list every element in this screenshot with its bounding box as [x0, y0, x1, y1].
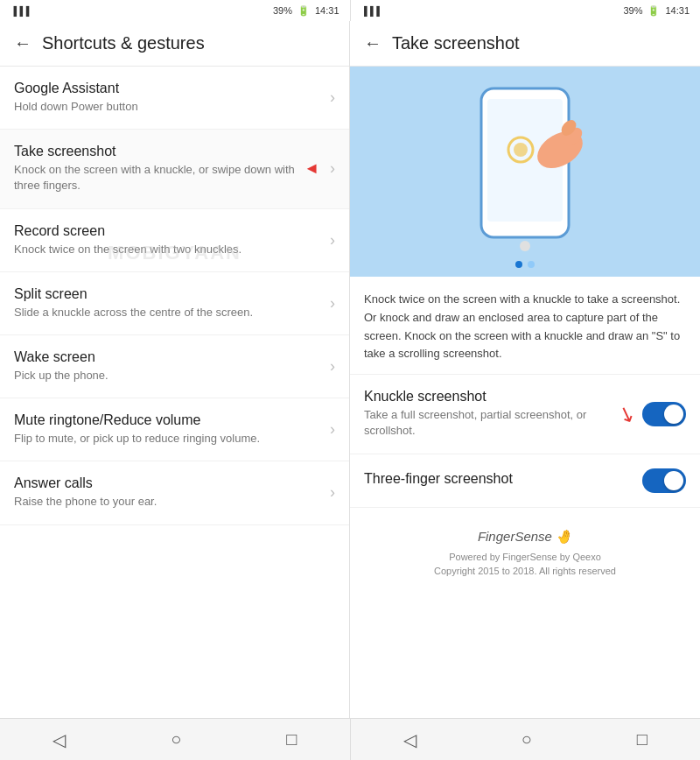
- chevron-icon-3: ›: [330, 294, 335, 313]
- menu-item-1[interactable]: Take screenshotKnock on the screen with …: [0, 130, 349, 208]
- svg-point-7: [514, 143, 528, 157]
- left-panel-title: Shortcuts & gestures: [42, 33, 205, 53]
- setting-row-0: Knuckle screenshotTake a full screenshot…: [350, 375, 700, 454]
- right-panel: ← Take screenshot: [350, 21, 700, 718]
- right-status-signal: ▐▐▐: [361, 6, 380, 16]
- left-panel-header: ← Shortcuts & gestures: [0, 21, 349, 67]
- right-battery-pct: 39%: [623, 5, 642, 16]
- left-back-nav[interactable]: ◁: [35, 722, 83, 757]
- menu-item-0[interactable]: Google AssistantHold down Power button›: [0, 67, 349, 130]
- copyright-text: Copyright 2015 to 2018. All rights reser…: [434, 566, 616, 576]
- right-recents-nav[interactable]: □: [620, 722, 665, 756]
- left-battery-icon: 🔋: [298, 5, 310, 17]
- right-battery-icon: 🔋: [648, 5, 660, 17]
- menu-item-title-2: Record screen: [14, 223, 323, 239]
- right-panel-header: ← Take screenshot: [350, 21, 700, 67]
- menu-item-title-4: Wake screen: [14, 349, 323, 365]
- setting-row-1: Three-finger screenshot: [350, 454, 700, 508]
- screenshot-illustration: [438, 80, 612, 264]
- left-recents-nav[interactable]: □: [269, 722, 314, 756]
- menu-item-title-5: Mute ringtone/Reduce volume: [14, 412, 323, 428]
- menu-item-4[interactable]: Wake screenPick up the phone.›: [0, 335, 349, 398]
- right-back-button[interactable]: ←: [364, 33, 382, 53]
- menu-item-2[interactable]: Record screenKnock twice on the screen w…: [0, 209, 349, 272]
- left-panel: ← Shortcuts & gestures MOBIGYAAN Google …: [0, 21, 350, 718]
- menu-item-subtitle-0: Hold down Power button: [14, 99, 323, 115]
- menu-item-5[interactable]: Mute ringtone/Reduce volumeFlip to mute,…: [0, 398, 349, 461]
- menu-item-title-3: Split screen: [14, 286, 323, 302]
- setting-title-0: Knuckle screenshot: [364, 389, 618, 405]
- menu-item-subtitle-5: Flip to mute, or pick up to reduce ringi…: [14, 431, 323, 447]
- menu-item-6[interactable]: Answer callsRaise the phone to your ear.…: [0, 461, 349, 524]
- left-home-nav[interactable]: ○: [153, 722, 199, 756]
- right-time: 14:31: [665, 5, 690, 16]
- red-arrow-toggle: ↘: [614, 399, 639, 428]
- carousel-area: [350, 67, 700, 277]
- left-status-right: 39% 🔋 14:31: [273, 5, 340, 17]
- red-arrow-left: ◄: [304, 159, 319, 178]
- svg-point-2: [520, 241, 530, 251]
- bottom-nav-area: ◁ ○ □ ◁ ○ □: [0, 718, 700, 760]
- right-home-nav[interactable]: ○: [504, 722, 550, 756]
- toggle-0[interactable]: [642, 402, 686, 426]
- left-battery-pct: 39%: [273, 5, 292, 16]
- menu-item-subtitle-2: Knock twice on the screen with two knuck…: [14, 242, 323, 257]
- dot-2[interactable]: [528, 261, 535, 268]
- toggle-1[interactable]: [642, 468, 686, 493]
- menu-item-title-1: Take screenshot: [14, 144, 304, 159]
- menu-item-3[interactable]: Split screenSlide a knuckle across the c…: [0, 272, 349, 335]
- menu-item-subtitle-4: Pick up the phone.: [14, 368, 323, 384]
- right-panel-title: Take screenshot: [392, 33, 520, 53]
- chevron-icon-0: ›: [330, 88, 335, 107]
- footer-section: FingerSense 🤚 Powered by FingerSense by …: [350, 508, 700, 590]
- setting-title-1: Three-finger screenshot: [364, 471, 642, 487]
- right-nav-bar: ◁ ○ □: [350, 718, 701, 760]
- fingersense-brand: FingerSense 🤚: [478, 529, 572, 545]
- chevron-icon-4: ›: [330, 357, 335, 376]
- right-settings-list: Knuckle screenshotTake a full screenshot…: [350, 375, 700, 507]
- chevron-icon-6: ›: [330, 483, 335, 502]
- left-nav-bar: ◁ ○ □: [0, 718, 350, 760]
- carousel-dots: [515, 261, 535, 268]
- menu-item-title-0: Google Assistant: [14, 81, 323, 96]
- left-back-button[interactable]: ←: [14, 33, 32, 53]
- left-status-signal: ▐▐▐: [10, 6, 29, 16]
- menu-item-title-6: Answer calls: [14, 475, 323, 491]
- chevron-icon-1: ›: [330, 159, 335, 178]
- chevron-icon-5: ›: [330, 420, 335, 439]
- menu-item-subtitle-6: Raise the phone to your ear.: [14, 494, 323, 510]
- left-time: 14:31: [315, 5, 340, 16]
- powered-by-text: Powered by FingerSense by Qeexo: [449, 552, 601, 562]
- left-menu-list: MOBIGYAAN Google AssistantHold down Powe…: [0, 67, 349, 525]
- menu-item-subtitle-3: Slide a knuckle across the centre of the…: [14, 305, 323, 320]
- right-back-nav[interactable]: ◁: [386, 722, 434, 757]
- right-description: Knock twice on the screen with a knuckle…: [350, 277, 700, 375]
- right-status-right: 39% 🔋 14:31: [623, 5, 690, 17]
- menu-item-subtitle-1: Knock on the screen with a knuckle, or s…: [14, 162, 304, 194]
- dot-1[interactable]: [515, 261, 522, 268]
- setting-subtitle-0: Take a full screenshot, partial screensh…: [364, 407, 618, 439]
- chevron-icon-2: ›: [330, 231, 335, 250]
